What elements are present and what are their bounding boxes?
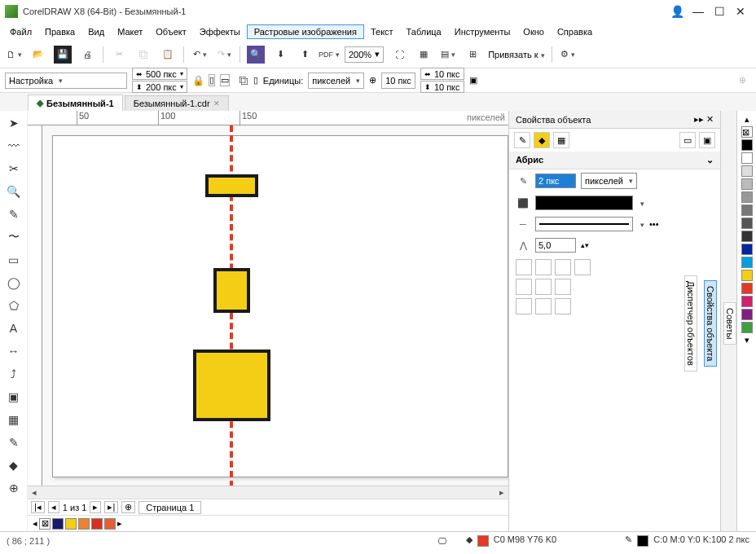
menu-window[interactable]: Окно: [516, 25, 551, 38]
user-icon[interactable]: 👤: [666, 5, 688, 18]
prev-page-button[interactable]: ◂: [48, 501, 59, 513]
open-button[interactable]: 📂: [29, 46, 47, 64]
next-page-button[interactable]: ▸: [90, 501, 101, 513]
redo-button[interactable]: ↷: [215, 46, 233, 64]
menu-object[interactable]: Объект: [149, 25, 192, 38]
corner-style-button[interactable]: [535, 259, 552, 275]
rectangle-tool[interactable]: ▭: [5, 251, 23, 269]
color-dropdown-icon[interactable]: [638, 198, 644, 208]
more-settings-icon[interactable]: •••: [649, 219, 659, 229]
section-toggle-icon[interactable]: ⌄: [706, 155, 714, 165]
paste-button[interactable]: 📋: [159, 46, 177, 64]
last-page-button[interactable]: ▸|: [104, 501, 118, 513]
artistic-media-tool[interactable]: 〜: [5, 228, 23, 246]
outline-section-header[interactable]: Абрис ⌄: [509, 152, 720, 169]
palette-up-icon[interactable]: ▴: [745, 114, 749, 125]
options-button[interactable]: ⚙: [559, 46, 577, 64]
color-swatch[interactable]: [741, 257, 753, 268]
guides-button[interactable]: ⊞: [464, 46, 481, 64]
save-button[interactable]: 💾: [54, 46, 72, 64]
miter-limit-input[interactable]: [535, 238, 576, 253]
connector-tool[interactable]: ⤴: [5, 365, 23, 383]
outline-swatch[interactable]: [637, 535, 648, 547]
color-swatch[interactable]: [741, 191, 753, 203]
nudge-value[interactable]: 10 пкс: [381, 73, 415, 89]
palette-right-icon[interactable]: ▸: [117, 518, 122, 529]
mode-button-2[interactable]: ▣: [699, 132, 715, 148]
color-swatch[interactable]: [741, 204, 753, 216]
lock-aspect-icon[interactable]: 🔒: [192, 75, 204, 86]
first-page-button[interactable]: |◂: [31, 501, 45, 513]
page-tab[interactable]: Страница 1: [138, 501, 201, 514]
rectangle-object[interactable]: [205, 174, 258, 197]
line-style-picker[interactable]: [535, 217, 633, 231]
vertical-ruler[interactable]: [28, 125, 42, 486]
rectangle-object[interactable]: [213, 268, 250, 313]
color-swatch[interactable]: [741, 270, 753, 281]
fullscreen-button[interactable]: ⛶: [390, 46, 408, 64]
position-button[interactable]: [535, 298, 552, 314]
page-height[interactable]: ⬍200 пкс▾: [132, 81, 187, 93]
polygon-tool[interactable]: ⬠: [5, 297, 23, 314]
color-swatch[interactable]: [741, 139, 753, 151]
position-button[interactable]: [555, 298, 571, 314]
landscape-button[interactable]: ▭: [220, 74, 230, 86]
import-button[interactable]: ⬇: [271, 46, 289, 64]
color-swatch[interactable]: [52, 518, 64, 530]
color-swatch[interactable]: [65, 518, 77, 530]
object-properties-tab[interactable]: Свойства объекта: [704, 280, 717, 367]
portrait-button[interactable]: ▯: [209, 74, 215, 86]
zoom-tool[interactable]: 🔍: [5, 182, 23, 200]
menu-layout[interactable]: Макет: [111, 25, 149, 38]
dimension-tool[interactable]: ↔: [5, 342, 23, 360]
dup-y[interactable]: ⬍10 пкс: [420, 81, 464, 93]
undo-button[interactable]: ↶: [191, 46, 209, 64]
color-swatch[interactable]: [741, 178, 753, 190]
color-swatch[interactable]: [741, 218, 753, 229]
preset-combo[interactable]: Настройка: [5, 73, 127, 89]
corner-style-button[interactable]: [516, 259, 532, 275]
add-button[interactable]: ⊕: [739, 75, 746, 86]
add-page-button[interactable]: ⊕: [121, 501, 135, 513]
scroll-left-icon[interactable]: ◂: [28, 487, 41, 498]
no-color-swatch[interactable]: ⊠: [741, 126, 753, 138]
rulers-button[interactable]: ▦: [415, 46, 433, 64]
fill-tool[interactable]: ◆: [5, 456, 23, 474]
menu-edit[interactable]: Правка: [38, 25, 81, 38]
units-combo[interactable]: пикселей: [308, 73, 364, 89]
horizontal-ruler[interactable]: 50 100 150 пикселей: [28, 111, 508, 125]
color-swatch[interactable]: [741, 165, 753, 177]
outline-color-picker[interactable]: [535, 196, 633, 210]
docker-collapse-icon[interactable]: ▸▸ ✕: [694, 114, 714, 125]
cap-style-button[interactable]: [555, 279, 571, 295]
freehand-tool[interactable]: ✎: [5, 205, 23, 223]
menu-effects[interactable]: Эффекты: [193, 25, 247, 38]
mode-button-1[interactable]: ▭: [679, 132, 696, 148]
spinner-icon[interactable]: ▴▾: [581, 241, 589, 249]
cap-style-button[interactable]: [535, 279, 552, 295]
palette-left-icon[interactable]: ◂: [33, 518, 37, 529]
crop-tool[interactable]: ✂: [5, 160, 23, 178]
drawing-canvas[interactable]: [42, 125, 508, 486]
transparency-tab[interactable]: ▦: [553, 132, 569, 148]
dup-x[interactable]: ⬌10 пкс: [420, 68, 464, 80]
color-swatch[interactable]: [741, 152, 753, 164]
color-swatch[interactable]: [741, 322, 753, 333]
style-dropdown-icon[interactable]: [638, 219, 644, 229]
zoom-combo[interactable]: 200%▾: [345, 46, 384, 63]
search-button[interactable]: 🔍: [247, 46, 265, 64]
color-proof-icon[interactable]: 🖵: [437, 536, 446, 546]
rectangle-object[interactable]: [193, 350, 270, 421]
fill-swatch[interactable]: [477, 535, 489, 547]
outline-tab[interactable]: ✎: [514, 132, 530, 148]
menu-table[interactable]: Таблица: [400, 25, 448, 38]
scroll-right-icon[interactable]: ▸: [495, 487, 508, 498]
menu-tools[interactable]: Инструменты: [448, 25, 517, 38]
color-swatch[interactable]: [91, 518, 103, 530]
color-swatch[interactable]: [741, 309, 753, 320]
print-button[interactable]: 🖨: [78, 46, 96, 64]
menu-view[interactable]: Вид: [81, 25, 111, 38]
close-button[interactable]: ✕: [730, 5, 751, 18]
export-button[interactable]: ⬆: [296, 46, 314, 64]
minimize-button[interactable]: —: [688, 5, 709, 18]
